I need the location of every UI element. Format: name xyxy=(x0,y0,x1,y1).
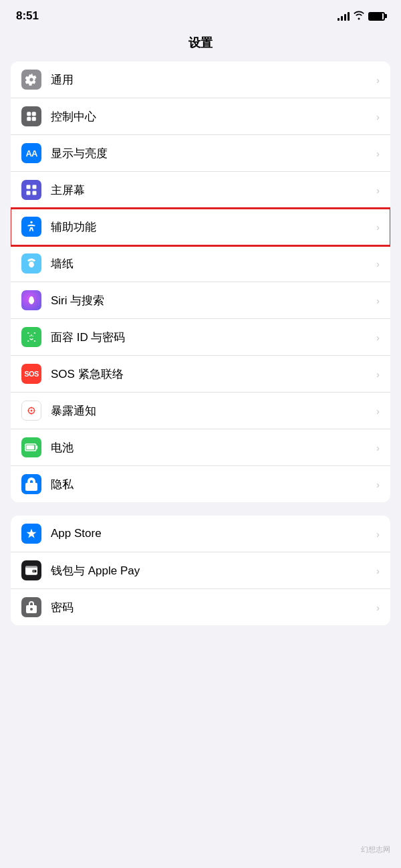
wallpaper-label: 墙纸 xyxy=(51,256,376,272)
faceid-icon xyxy=(21,327,41,347)
settings-row-accessibility[interactable]: 辅助功能 › xyxy=(11,209,390,245)
svg-point-17 xyxy=(27,410,29,411)
appstore-label: App Store xyxy=(51,527,376,540)
page-title: 设置 xyxy=(0,28,401,62)
settings-row-home-screen[interactable]: 主屏幕 › xyxy=(11,172,390,209)
svg-point-21 xyxy=(33,408,34,409)
battery-chevron: › xyxy=(376,442,380,453)
watermark: 幻想志网 xyxy=(361,845,390,855)
control-center-label: 控制中心 xyxy=(51,109,376,124)
general-chevron: › xyxy=(376,74,380,86)
password-chevron: › xyxy=(376,602,380,613)
svg-point-12 xyxy=(33,336,34,337)
settings-row-display[interactable]: AA 显示与亮度 › xyxy=(11,135,390,172)
wifi-icon xyxy=(354,11,364,22)
password-icon xyxy=(21,597,41,617)
sos-label: SOS 紧急联络 xyxy=(51,366,376,382)
exposure-label: 暴露通知 xyxy=(51,403,376,419)
siri-label: Siri 与搜索 xyxy=(51,293,376,308)
sos-icon: SOS xyxy=(21,364,41,384)
battery-row-icon xyxy=(21,437,41,457)
home-screen-label: 主屏幕 xyxy=(51,183,376,198)
settings-row-wallpaper[interactable]: 墙纸 › xyxy=(11,245,390,282)
wallet-icon xyxy=(21,560,41,580)
privacy-chevron: › xyxy=(376,479,380,490)
settings-row-general[interactable]: 通用 › xyxy=(11,62,390,98)
settings-row-control-center[interactable]: 控制中心 › xyxy=(11,98,390,135)
settings-row-privacy[interactable]: 隐私 › xyxy=(11,466,390,502)
settings-row-wallet[interactable]: 钱包与 Apple Pay › xyxy=(11,552,390,589)
control-center-chevron: › xyxy=(376,111,380,122)
svg-rect-5 xyxy=(33,185,37,189)
battery-label: 电池 xyxy=(51,440,376,455)
siri-icon xyxy=(21,290,41,310)
settings-row-appstore[interactable]: App Store › xyxy=(11,516,390,552)
svg-rect-28 xyxy=(25,566,37,568)
svg-point-11 xyxy=(29,336,31,337)
svg-rect-1 xyxy=(32,112,36,116)
accessibility-chevron: › xyxy=(376,221,380,233)
appstore-chevron: › xyxy=(376,528,380,540)
wallpaper-chevron: › xyxy=(376,258,380,269)
svg-rect-6 xyxy=(27,191,31,195)
settings-row-password[interactable]: 密码 › xyxy=(11,589,390,625)
settings-group-2: App Store › 钱包与 Apple Pay › 密码 › xyxy=(11,516,390,625)
svg-rect-0 xyxy=(27,112,31,116)
exposure-icon xyxy=(21,401,41,421)
exposure-chevron: › xyxy=(376,405,380,417)
wallet-label: 钱包与 Apple Pay xyxy=(51,563,376,578)
svg-point-18 xyxy=(33,410,35,411)
faceid-chevron: › xyxy=(376,332,380,343)
battery-icon xyxy=(368,12,385,21)
appstore-icon xyxy=(21,524,41,544)
status-time: 8:51 xyxy=(16,9,39,23)
svg-rect-2 xyxy=(27,117,31,121)
settings-group-1: 通用 › 控制中心 › AA 显示与亮度 › xyxy=(11,62,390,502)
display-chevron: › xyxy=(376,148,380,159)
svg-point-19 xyxy=(29,408,30,409)
svg-point-8 xyxy=(30,221,32,223)
svg-point-16 xyxy=(31,413,32,414)
wallet-chevron: › xyxy=(376,565,380,576)
control-center-icon xyxy=(21,106,41,126)
privacy-icon xyxy=(21,474,41,494)
wallpaper-icon xyxy=(21,253,41,274)
accessibility-label: 辅助功能 xyxy=(51,219,376,235)
general-label: 通用 xyxy=(51,72,376,88)
sos-chevron: › xyxy=(376,368,380,380)
svg-rect-24 xyxy=(36,446,38,449)
status-icons xyxy=(338,11,385,22)
display-icon: AA xyxy=(21,143,41,163)
svg-rect-7 xyxy=(33,191,37,195)
svg-rect-4 xyxy=(27,185,31,189)
svg-point-30 xyxy=(33,570,35,572)
privacy-label: 隐私 xyxy=(51,477,376,492)
faceid-label: 面容 ID 与密码 xyxy=(51,330,376,345)
svg-point-15 xyxy=(31,407,32,408)
svg-rect-25 xyxy=(27,445,35,450)
status-bar: 8:51 xyxy=(0,0,401,28)
display-label: 显示与亮度 xyxy=(51,146,376,161)
settings-row-faceid[interactable]: 面容 ID 与密码 › xyxy=(11,319,390,356)
signal-icon xyxy=(338,11,350,21)
svg-rect-3 xyxy=(32,117,36,121)
settings-row-sos[interactable]: SOS SOS 紧急联络 › xyxy=(11,356,390,393)
svg-point-20 xyxy=(33,412,34,413)
siri-chevron: › xyxy=(376,295,380,306)
svg-point-22 xyxy=(29,412,30,413)
settings-row-exposure[interactable]: 暴露通知 › xyxy=(11,393,390,429)
settings-row-siri[interactable]: Siri 与搜索 › xyxy=(11,282,390,319)
home-screen-icon xyxy=(21,180,41,200)
settings-row-battery[interactable]: 电池 › xyxy=(11,429,390,466)
general-icon xyxy=(21,70,41,90)
accessibility-icon xyxy=(21,217,41,237)
home-screen-chevron: › xyxy=(376,185,380,196)
password-label: 密码 xyxy=(51,600,376,615)
svg-point-14 xyxy=(31,410,33,412)
